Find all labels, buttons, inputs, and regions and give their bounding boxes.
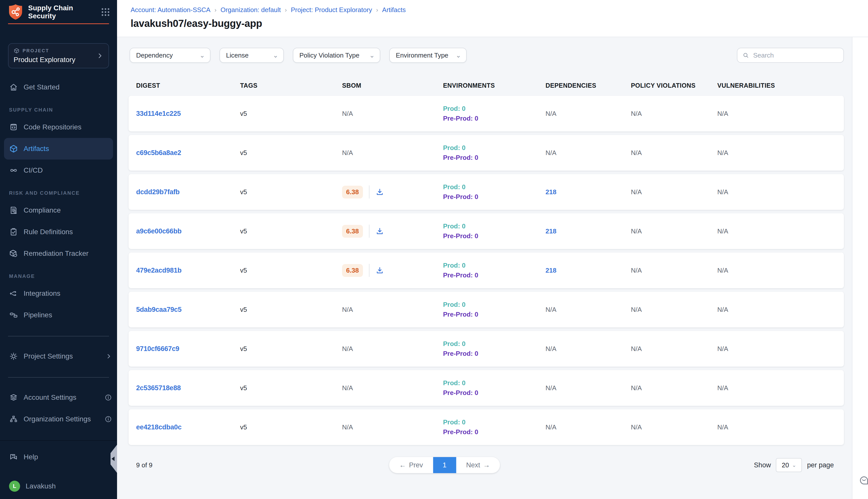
sbom-cell: N/A	[342, 306, 443, 314]
environments-cell: Prod: 0Pre-Prod: 0	[443, 222, 546, 240]
digest-link[interactable]: a9c6e00c66bb	[136, 227, 240, 235]
sidebar-item-cicd[interactable]: CI/CD	[0, 160, 117, 181]
table-row: ee4218cdba0cv5N/AProd: 0Pre-Prod: 0N/AN/…	[128, 409, 844, 445]
breadcrumb-project[interactable]: Project: Product Exploratory	[291, 6, 372, 14]
sidebar-item-get-started[interactable]: Get Started	[0, 76, 117, 98]
download-sbom-icon[interactable]	[375, 266, 384, 275]
table-row: c69c5b6a8ae2v5N/AProd: 0Pre-Prod: 0N/AN/…	[128, 135, 844, 171]
license-filter[interactable]: License ⌄	[220, 48, 284, 63]
preprod-count[interactable]: Pre-Prod: 0	[443, 232, 546, 240]
preprod-count[interactable]: Pre-Prod: 0	[443, 271, 546, 279]
gear-icon	[9, 352, 18, 361]
next-button[interactable]: Next →	[456, 457, 500, 473]
download-sbom-icon[interactable]	[375, 188, 384, 196]
prod-count[interactable]: Prod: 0	[443, 105, 546, 112]
dependencies-link[interactable]: 218	[546, 267, 631, 275]
policy-violations-cell: N/A	[631, 423, 717, 431]
sidebar-divider	[8, 377, 109, 378]
sidebar-item-code-repositories[interactable]: Code Repositories	[0, 116, 117, 138]
table-row: 33d114e1c225v5N/AProd: 0Pre-Prod: 0N/AN/…	[128, 96, 844, 131]
vulnerabilities-cell: N/A	[717, 227, 844, 235]
prod-count[interactable]: Prod: 0	[443, 340, 546, 348]
chevron-down-icon: ⌄	[369, 51, 375, 59]
page-header: Account: Automation-SSCA › Organization:…	[117, 0, 868, 37]
dependency-filter[interactable]: Dependency ⌄	[129, 48, 210, 63]
vulnerabilities-cell: N/A	[717, 423, 844, 431]
section-manage: MANAGE	[0, 264, 117, 283]
dependencies-link[interactable]: 218	[546, 188, 631, 196]
pagination: 9 of 9 ← Prev 1 Next → Show 20	[128, 457, 844, 473]
sbom-cell: 6.38	[342, 264, 443, 277]
tag-cell: v5	[240, 345, 342, 353]
prod-count[interactable]: Prod: 0	[443, 144, 546, 152]
policy-violation-type-filter[interactable]: Policy Violation Type ⌄	[293, 48, 380, 63]
layers-icon	[9, 393, 18, 402]
digest-link[interactable]: 9710cf6667c9	[136, 345, 240, 353]
project-selector[interactable]: PROJECT Product Exploratory	[8, 43, 109, 68]
environment-type-filter[interactable]: Environment Type ⌄	[389, 48, 467, 63]
section-supply-chain: SUPPLY CHAIN	[0, 98, 117, 116]
preprod-count[interactable]: Pre-Prod: 0	[443, 311, 546, 318]
pager: ← Prev 1 Next →	[389, 457, 500, 473]
breadcrumb-artifacts[interactable]: Artifacts	[382, 6, 406, 14]
dependencies-link[interactable]: 218	[546, 227, 631, 235]
clipboard-check-icon	[9, 227, 18, 236]
prod-count[interactable]: Prod: 0	[443, 261, 546, 269]
page-1-button[interactable]: 1	[433, 457, 456, 473]
preprod-count[interactable]: Pre-Prod: 0	[443, 114, 546, 122]
sidebar-item-artifacts[interactable]: Artifacts	[4, 138, 113, 160]
breadcrumb-organization[interactable]: Organization: default	[221, 6, 281, 14]
digest-link[interactable]: 479e2acd981b	[136, 267, 240, 275]
user-menu[interactable]: L Lavakush	[0, 475, 117, 497]
digest-link[interactable]: ee4218cdba0c	[136, 423, 240, 431]
digest-link[interactable]: dcdd29b7fafb	[136, 188, 240, 196]
chevron-right-icon	[97, 52, 103, 59]
sidebar-item-remediation-tracker[interactable]: Remediation Tracker	[0, 243, 117, 264]
project-name: Product Exploratory	[14, 56, 97, 64]
breadcrumb-account[interactable]: Account: Automation-SSCA	[131, 6, 210, 14]
page-size-group: Show 20 ⌄ per page	[754, 458, 834, 472]
digest-link[interactable]: c69c5b6a8ae2	[136, 149, 240, 157]
chevron-down-icon: ⌄	[456, 51, 461, 59]
dependencies-cell: N/A	[546, 384, 631, 392]
prev-button[interactable]: ← Prev	[389, 457, 433, 473]
search-input[interactable]	[753, 51, 838, 59]
page-size-select[interactable]: 20 ⌄	[776, 458, 802, 472]
breadcrumb-separator: ›	[214, 7, 216, 14]
per-page-label: per page	[807, 461, 834, 469]
prod-count[interactable]: Prod: 0	[443, 183, 546, 191]
arrow-left-icon: ←	[399, 461, 406, 469]
tag-cell: v5	[240, 110, 342, 118]
sidebar-item-pipelines[interactable]: Pipelines	[0, 304, 117, 326]
sidebar-item-help[interactable]: Help	[0, 446, 117, 468]
project-cube-icon	[14, 48, 20, 54]
prod-count[interactable]: Prod: 0	[443, 418, 546, 426]
preprod-count[interactable]: Pre-Prod: 0	[443, 154, 546, 161]
digest-link[interactable]: 2c5365718e88	[136, 384, 240, 392]
sidebar-item-integrations[interactable]: Integrations	[0, 283, 117, 304]
prod-count[interactable]: Prod: 0	[443, 379, 546, 387]
sidebar-item-rule-definitions[interactable]: Rule Definitions	[0, 221, 117, 243]
table-row: dcdd29b7fafbv56.38Prod: 0Pre-Prod: 0218N…	[128, 174, 844, 210]
arrow-right-icon: →	[483, 461, 490, 469]
breadcrumb: Account: Automation-SSCA › Organization:…	[131, 6, 868, 14]
section-risk-compliance: RISK AND COMPLIANCE	[0, 181, 117, 199]
sbom-cell: N/A	[342, 149, 443, 157]
preprod-count[interactable]: Pre-Prod: 0	[443, 193, 546, 201]
user-name: Lavakush	[26, 482, 112, 490]
sbom-cell: N/A	[342, 423, 443, 431]
preprod-count[interactable]: Pre-Prod: 0	[443, 389, 546, 397]
prod-count[interactable]: Prod: 0	[443, 222, 546, 230]
sidebar-item-project-settings[interactable]: Project Settings	[0, 345, 117, 367]
sbom-cell: N/A	[342, 345, 443, 353]
preprod-count[interactable]: Pre-Prod: 0	[443, 428, 546, 436]
download-sbom-icon[interactable]	[375, 227, 384, 235]
sidebar-item-organization-settings[interactable]: Organization Settings	[0, 408, 117, 430]
preprod-count[interactable]: Pre-Prod: 0	[443, 350, 546, 357]
digest-link[interactable]: 33d114e1c225	[136, 110, 240, 118]
sidebar-item-account-settings[interactable]: Account Settings	[0, 387, 117, 408]
sidebar-item-compliance[interactable]: Compliance	[0, 199, 117, 221]
prod-count[interactable]: Prod: 0	[443, 301, 546, 308]
module-grid-icon[interactable]	[101, 8, 110, 16]
digest-link[interactable]: 5dab9caa79c5	[136, 306, 240, 314]
